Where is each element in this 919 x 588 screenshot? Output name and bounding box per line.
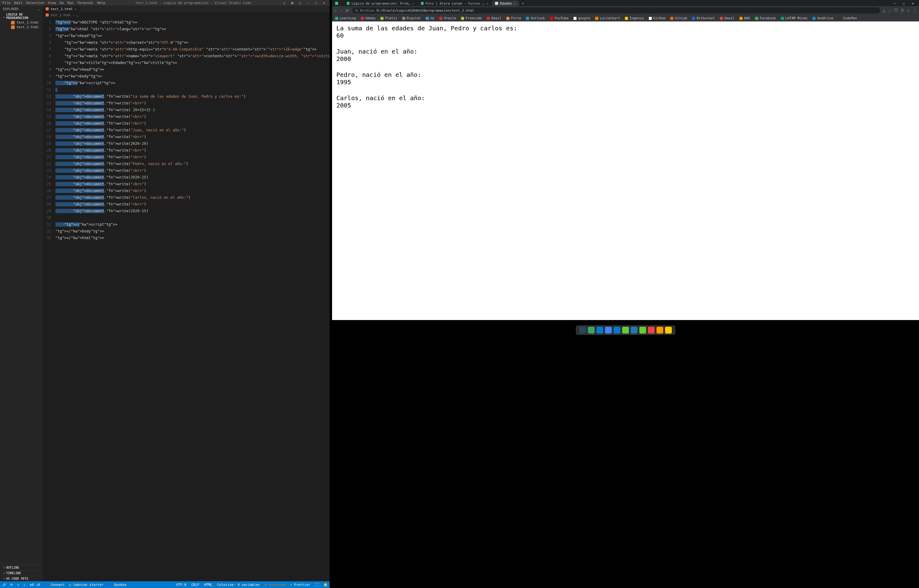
toolbar-icon[interactable]: ⛉ xyxy=(894,8,898,13)
bookmark-item[interactable]: Gmail xyxy=(720,16,735,20)
layout-icon[interactable]: ▢ xyxy=(297,1,303,5)
menu-selection[interactable]: Selection xyxy=(26,1,44,5)
sidebar-section[interactable]: OUTLINE xyxy=(0,565,43,570)
menu-file[interactable]: File xyxy=(2,1,11,5)
toolbar-icon[interactable]: ☆ xyxy=(888,8,891,13)
back-icon[interactable]: ← xyxy=(334,8,337,13)
status-item[interactable]: HTML xyxy=(204,583,213,587)
bookmark-item[interactable]: Bitbucket xyxy=(692,16,715,20)
code-line[interactable]: "obj">document."fn">write("<br>") xyxy=(55,120,372,127)
status-item[interactable]: ✖ Colorize xyxy=(265,583,285,587)
menu-help[interactable]: Help xyxy=(97,1,105,5)
panel-icon[interactable]: ▥ xyxy=(289,1,295,5)
bookmark-item[interactable]: Ingenia xyxy=(625,16,644,20)
code-line[interactable]: "obj">document."fn">write(2020-15) xyxy=(55,208,372,214)
project-root[interactable]: LOGICA DE PROGRAMACION xyxy=(0,12,43,20)
bookmark-item[interactable]: Facebook xyxy=(755,16,776,20)
code-line[interactable]: "obj">document."fn">write("La suma de la… xyxy=(55,93,372,100)
code-line[interactable]: "obj">document."fn">write("Carlos, nació… xyxy=(55,194,372,201)
menu-edit[interactable]: Edit xyxy=(15,1,23,5)
dock-app-icon[interactable] xyxy=(605,327,612,333)
code-line[interactable]: "tg"></"kw">body"tg">> xyxy=(55,228,372,234)
code-line[interactable]: "obj">document."fn">write("Juan, nació e… xyxy=(55,127,372,134)
toolbar-icon[interactable]: ⟂ xyxy=(883,8,886,13)
browser-tab[interactable]: Edades✕ xyxy=(492,1,519,6)
code-line[interactable]: "tg"><"kw">html "str">"attr">lang="str">… xyxy=(55,26,372,32)
browser-tab[interactable]: Foro | Alura Latam - Cursos onlin✕ xyxy=(418,1,491,6)
bookmark-item[interactable]: Platzi xyxy=(380,16,397,20)
code-line[interactable]: "tg"><"kw">script"tg">> xyxy=(55,80,372,86)
code-line[interactable]: "tg"><"kw">title"tg">>Edades"tg"></"kw">… xyxy=(55,60,372,66)
close-icon[interactable]: ✕ xyxy=(909,1,917,5)
dock-app-icon[interactable] xyxy=(588,327,594,333)
maximize-icon[interactable]: ☐ xyxy=(900,1,908,5)
code-line[interactable]: "tg"><"kw">meta "str">"attr">charset="st… xyxy=(55,39,372,46)
bookmark-item[interactable]: google xyxy=(573,16,590,20)
file-item[interactable]: test_2.html xyxy=(0,25,43,29)
bookmark-item[interactable]: Email xyxy=(487,16,501,20)
bookmark-item[interactable]: Learning xyxy=(335,16,356,20)
minimize-icon[interactable]: — xyxy=(305,1,311,5)
bookmark-item[interactable]: Forte xyxy=(506,16,521,20)
close-tab-icon[interactable]: ✕ xyxy=(75,7,77,11)
menu-go[interactable]: Go xyxy=(60,1,64,5)
status-item[interactable]: Colorize: 0 variables xyxy=(217,583,260,587)
status-item[interactable]: ⎇ xyxy=(2,583,6,587)
dock-app-icon[interactable] xyxy=(579,327,586,333)
bookmark-item[interactable]: Udemy xyxy=(361,16,376,20)
code-line[interactable]: "obj">document."fn">write("<br>") xyxy=(55,154,372,160)
code-line[interactable]: "tg"><"kw">head"tg">> xyxy=(55,32,372,39)
bookmark-item[interactable]: CodePen xyxy=(838,16,857,20)
code-line[interactable]: "obj">document."fn">write( 20+25+15 ) xyxy=(55,107,372,113)
more-icon[interactable]: … xyxy=(38,7,40,11)
bookmark-item[interactable]: Outlook xyxy=(526,16,545,20)
toolbar-icon[interactable]: ✦ xyxy=(907,8,909,13)
dock-app-icon[interactable] xyxy=(622,327,629,333)
code-line[interactable]: "obj">document."fn">write(2020-25) xyxy=(55,174,372,181)
code-line[interactable]: "tg"></"kw">html"tg">> xyxy=(55,234,372,241)
close-tab-icon[interactable]: ✕ xyxy=(486,2,488,5)
bookmark-item[interactable]: Oracle xyxy=(439,16,456,20)
bookmark-item[interactable]: GitHub xyxy=(649,16,665,20)
code-line[interactable]: "tg"><!"kw">DOCTYPE "attr">html"tg">> xyxy=(55,19,372,26)
bookmark-item[interactable]: OneDrive xyxy=(812,16,833,20)
status-item[interactable]: 🔔 xyxy=(323,583,328,587)
bookmark-item[interactable]: Digital xyxy=(402,16,421,20)
code-editor[interactable]: 1234567891011121314151617181920212223242… xyxy=(43,18,372,581)
new-tab-button[interactable]: + xyxy=(520,1,526,6)
status-item[interactable]: ↗ xyxy=(17,583,19,587)
code-line[interactable]: "obj">document."fn">write("<br>") xyxy=(55,181,372,187)
menu-terminal[interactable]: Terminal xyxy=(77,1,94,5)
dock-app-icon[interactable] xyxy=(596,327,603,333)
status-item[interactable]: ○ tabnine starter 🐾 xyxy=(69,583,110,587)
code-line[interactable]: "obj">document."fn">write("<br>") xyxy=(55,100,372,107)
bookmark-item[interactable]: YouTube xyxy=(550,16,569,20)
close-tab-icon[interactable]: ✕ xyxy=(514,2,516,5)
breadcrumb[interactable]: test_2.html › … xyxy=(43,12,372,18)
status-item[interactable]: UTF-8 xyxy=(176,583,186,587)
code-line[interactable]: "tg"><"kw">meta "str">"attr">http-equiv=… xyxy=(55,46,372,53)
code-line[interactable]: "obj">document."fn">write("<br>") xyxy=(55,167,372,174)
bookmark-item[interactable]: GitLab xyxy=(670,16,687,20)
app-splitter[interactable] xyxy=(329,0,332,588)
code-line[interactable]: "obj">document."fn">write("<br>") xyxy=(55,201,372,208)
code-line[interactable]: "tg"><"kw">body"tg">> xyxy=(55,73,372,80)
status-item[interactable]: CRLF xyxy=(191,583,199,587)
toolbar-icon[interactable]: ⠿ xyxy=(901,8,904,13)
dock-app-icon[interactable] xyxy=(614,327,620,333)
bookmark-item[interactable]: AWS xyxy=(740,16,750,20)
minimize-icon[interactable]: — xyxy=(891,1,898,5)
dock-app-icon[interactable] xyxy=(648,327,655,333)
status-item[interactable]: ⛶ xyxy=(315,583,318,587)
browser-tab[interactable] xyxy=(332,1,343,6)
code-line[interactable]: "obj">document."fn">write("<br>") xyxy=(55,134,372,140)
code-line[interactable] xyxy=(55,86,372,93)
code-line[interactable]: "tg"><"kw">meta "str">"attr">name="str">… xyxy=(55,53,372,60)
menu-view[interactable]: View xyxy=(48,1,57,5)
status-item[interactable]: ⊘0 ⚠0 xyxy=(30,583,40,587)
menu-run[interactable]: Run xyxy=(68,1,74,5)
bookmark-item[interactable]: Uy xyxy=(426,16,434,20)
status-item[interactable]: ↙ xyxy=(24,583,26,587)
dock-app-icon[interactable] xyxy=(665,327,672,333)
code-line[interactable] xyxy=(55,214,372,221)
